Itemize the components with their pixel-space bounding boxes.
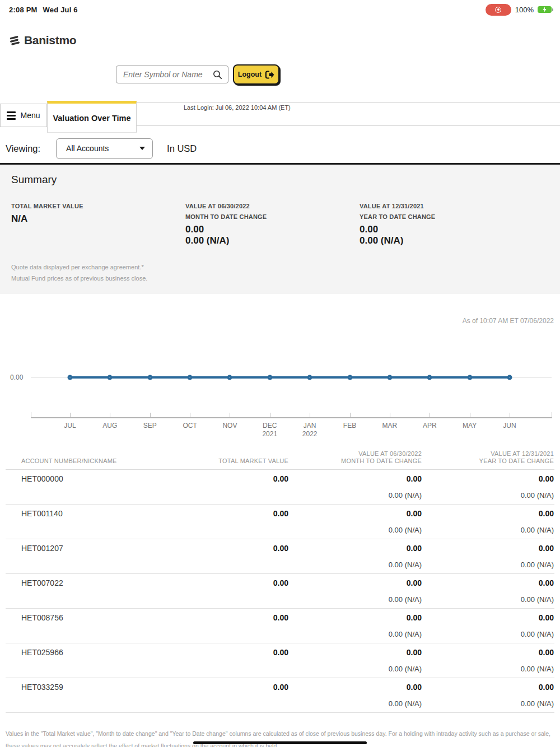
record-icon [495, 7, 501, 13]
battery-percent: 100% [515, 6, 534, 14]
col-account-header: ACCOUNT NUMBER/NICKNAME [21, 457, 178, 464]
total-market-value: N/A [11, 213, 185, 225]
login-strip: Last Login: Jul 06, 2022 10:04 AM (ET) [137, 102, 560, 126]
mtd-change-cell: 0.00 [288, 647, 422, 658]
currency-label: In USD [167, 143, 197, 154]
axis-label-aug: AUG [102, 422, 117, 430]
table-row: HET0012070.000.000.000.00 (N/A)0.00 (N/A… [6, 539, 554, 574]
logout-button[interactable]: Logout [233, 64, 279, 85]
summary-mtd-change: VALUE AT 06/30/2022 MONTH TO DATE CHANGE… [185, 201, 360, 246]
account-filter-dropdown[interactable]: All Accounts [56, 138, 153, 159]
account-number: HET001140 [21, 508, 178, 519]
mtd-change-pct-cell: 0.00 (N/A) [288, 560, 422, 569]
total-market-value-cell: 0.00 [178, 647, 288, 658]
ytd-change-pct-cell: 0.00 (N/A) [422, 699, 554, 708]
chart-plot: 0.00 [0, 344, 560, 412]
total-market-value-cell: 0.00 [178, 474, 288, 484]
tab-valuation-over-time[interactable]: Valuation Over Time [47, 101, 137, 133]
home-indicator[interactable] [193, 741, 367, 744]
ytd-change-cell: 0.00 [422, 682, 554, 693]
axis-tick [510, 413, 510, 417]
account-number: HET001207 [21, 543, 178, 554]
axis-end-tick [31, 412, 31, 418]
mtd-change-pct-cell: 0.00 (N/A) [288, 525, 422, 535]
ytd-change-pct-cell: 0.00 (N/A) [422, 664, 554, 674]
search-input[interactable] [116, 70, 213, 79]
quote-footnote: Quote data displayed per exchange agreem… [11, 262, 549, 273]
axis-end-tick [552, 412, 552, 418]
mtd-change-label: MONTH TO DATE CHANGE [185, 212, 360, 222]
menu-button[interactable]: Menu [0, 104, 47, 127]
value-at-0630-label: VALUE AT 06/30/2022 [185, 201, 360, 212]
account-number: HET008756 [21, 613, 178, 623]
ytd-change-cell: 0.00 [422, 508, 554, 519]
mtd-change-pct-cell: 0.00 (N/A) [288, 664, 422, 674]
mtd-change-pct-cell: 0.00 (N/A) [288, 595, 422, 604]
account-number: HET033259 [21, 682, 178, 693]
axis-tick [270, 413, 270, 417]
ytd-change-label: YEAR TO DATE CHANGE [360, 212, 549, 222]
axis-tick [310, 413, 310, 417]
account-filter-value: All Accounts [66, 144, 109, 153]
mtd-change-value: 0.00 [185, 224, 360, 235]
data-point-dec[interactable] [267, 375, 272, 380]
mtd-change-cell: 0.00 [288, 543, 422, 554]
account-number: HET000000 [21, 474, 178, 484]
summary-title: Summary [11, 174, 549, 186]
ytd-change-cell: 0.00 [422, 647, 554, 658]
data-point-jun[interactable] [507, 375, 512, 380]
axis-label-jul: JUL [64, 422, 76, 430]
data-point-oct[interactable] [188, 375, 193, 380]
clock: 2:08 PM [9, 6, 38, 14]
table-body: HET0000000.000.000.000.00 (N/A)0.00 (N/A… [6, 470, 554, 713]
status-bar: 2:08 PMWed Jul 6 100% [0, 0, 560, 16]
ytd-change-pct-cell: 0.00 (N/A) [422, 629, 554, 639]
symbol-search[interactable] [116, 66, 228, 83]
account-number: HET007022 [21, 578, 178, 589]
mtd-change-cell: 0.00 [288, 474, 422, 484]
axis-tick [230, 413, 230, 417]
col-mtd-header: MONTH TO DATE CHANGE [288, 457, 422, 464]
account-number: HET025966 [21, 647, 178, 658]
data-point-aug[interactable] [108, 375, 113, 380]
data-point-mar[interactable] [387, 375, 392, 380]
ytd-change-pct-cell: 0.00 (N/A) [422, 595, 554, 604]
data-point-jul[interactable] [68, 375, 73, 380]
axis-label-jan: JAN2022 [302, 422, 318, 438]
axis-label-dec: DEC2021 [262, 422, 277, 438]
axis-label-apr: APR [423, 422, 437, 430]
data-point-apr[interactable] [427, 375, 432, 380]
axis-label-nov: NOV [222, 422, 237, 430]
data-point-sep[interactable] [147, 375, 152, 380]
hamburger-icon [7, 111, 16, 120]
header: Banistmo Logout [0, 16, 560, 101]
logout-icon [265, 71, 274, 79]
ytd-change-cell: 0.00 [422, 578, 554, 589]
data-point-nov[interactable] [227, 375, 232, 380]
data-point-jan[interactable] [307, 375, 312, 380]
ytd-change-pct-cell: 0.00 (N/A) [422, 491, 554, 500]
mtd-group-header: VALUE AT 06/30/2022 [288, 450, 422, 457]
valuation-line [70, 376, 510, 379]
chart-x-axis: JULAUGSEPOCTNOVDEC2021JAN2022FEBMARAPRMA… [31, 417, 552, 443]
col-tmv-header: TOTAL MARKET VALUE [178, 457, 288, 464]
table-row: HET0332590.000.000.000.00 (N/A)0.00 (N/A… [6, 678, 554, 713]
banistmo-mark-icon [8, 34, 21, 47]
search-icon[interactable] [213, 70, 222, 80]
col-ytd-header: YEAR TO DATE CHANGE [422, 457, 554, 464]
y-axis-tick-label: 0.00 [10, 374, 23, 381]
brand-logo: Banistmo [8, 34, 76, 47]
ytd-change-cell: 0.00 [422, 474, 554, 484]
axis-tick [390, 413, 390, 417]
data-point-feb[interactable] [347, 375, 352, 380]
summary-ytd-change: VALUE AT 12/31/2021 YEAR TO DATE CHANGE … [360, 201, 549, 246]
data-point-may[interactable] [467, 375, 472, 380]
screen-recording-indicator[interactable] [486, 4, 511, 16]
total-market-value-cell: 0.00 [178, 508, 288, 519]
table-row: HET0087560.000.000.000.00 (N/A)0.00 (N/A… [6, 609, 554, 643]
axis-tick [430, 413, 430, 417]
axis-tick [190, 413, 190, 417]
active-tab-label: Valuation Over Time [53, 114, 130, 123]
mtd-change-cell: 0.00 [288, 682, 422, 693]
mtd-change-pct: 0.00 (N/A) [185, 235, 360, 246]
